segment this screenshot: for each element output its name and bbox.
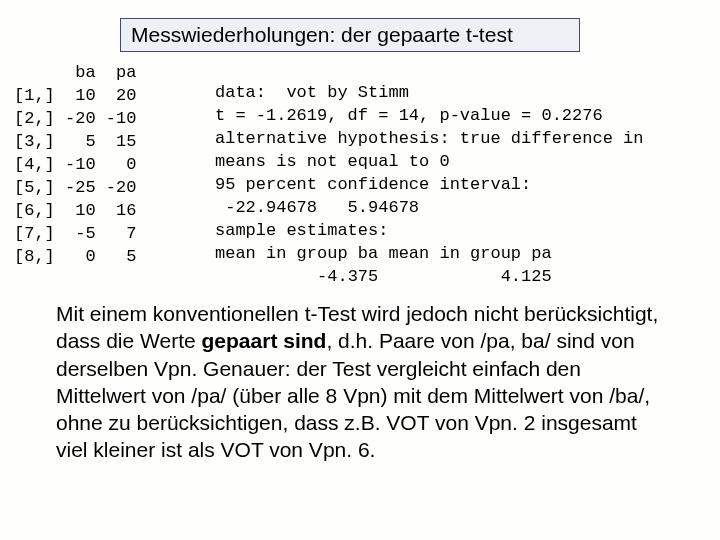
r-output: data: vot by Stimm t = -1.2619, df = 14,… [215, 82, 695, 288]
data-table: ba pa [1,] 10 20 [2,] -20 -10 [3,] 5 15 … [14, 62, 136, 268]
slide: Messwiederholungen: der gepaarte t-test … [0, 0, 720, 540]
body-text-bold: gepaart sind [202, 329, 327, 352]
body-paragraph: Mit einem konventionellen t-Test wird je… [56, 300, 660, 464]
slide-title: Messwiederholungen: der gepaarte t-test [120, 18, 580, 52]
